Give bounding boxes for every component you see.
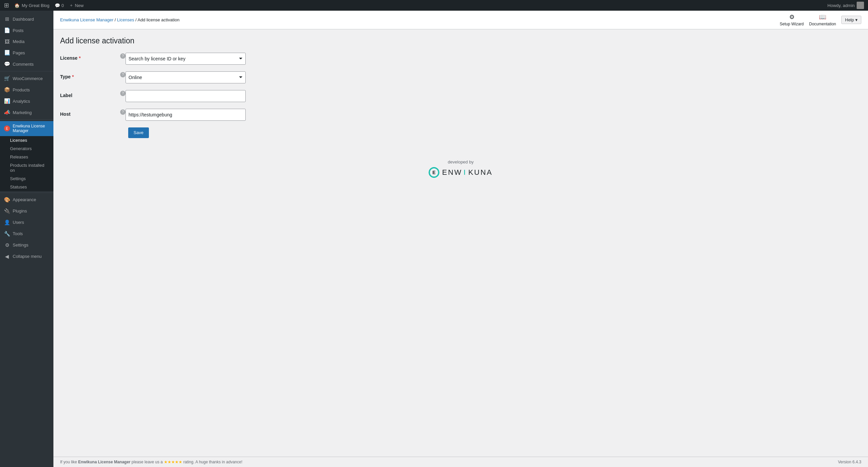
i-accent: I — [464, 168, 467, 177]
enwikuna-footer-branding: developed by E ENWIKUNA — [60, 146, 861, 185]
user-howdy[interactable]: Howdy, admin — [828, 2, 864, 9]
host-input[interactable] — [126, 109, 246, 121]
submenu-products-installed-on[interactable]: Products installed on — [0, 161, 54, 174]
new-item-button[interactable]: ＋ New — [69, 2, 84, 8]
enwi-text: ENW — [442, 168, 462, 177]
submenu-licenses[interactable]: Licenses — [0, 136, 54, 144]
sidebar-item-marketing[interactable]: 📣 Marketing — [0, 107, 54, 118]
site-name-label: My Great Blog — [22, 3, 50, 8]
breadcrumb-sep-1: / — [115, 18, 117, 22]
form-row-type: Type * ? Online Offline — [60, 71, 327, 85]
help-label: Help — [845, 18, 854, 22]
collapse-icon: ◀ — [4, 254, 10, 260]
enwikuna-logo-name: ENWIKUNA — [442, 168, 493, 177]
type-help-icon[interactable]: ? — [120, 72, 126, 77]
form-row-save: Save — [60, 127, 327, 141]
sidebar-item-pages[interactable]: 📃 Pages — [0, 47, 54, 58]
host-help-icon[interactable]: ? — [120, 109, 126, 115]
svg-text:E: E — [433, 170, 436, 175]
page-content: Add license activation License * ? Searc… — [54, 29, 868, 191]
enwikuna-svg-logo: E — [429, 168, 439, 177]
add-license-form: License * ? Search by license ID or key — [60, 53, 327, 141]
comment-bubble-icon: 💬 — [55, 3, 60, 8]
footer-credit-text: If you like — [60, 460, 77, 464]
license-help-icon[interactable]: ? — [120, 54, 126, 59]
sidebar-item-plugins[interactable]: 🔌 Plugins — [0, 205, 54, 217]
type-label-text: Type — [60, 74, 71, 79]
type-select[interactable]: Online Offline — [126, 71, 246, 84]
marketing-label: Marketing — [13, 110, 32, 115]
sidebar-item-enwikuna[interactable]: E Enwikuna License Manager — [0, 121, 54, 136]
plugins-icon: 🔌 — [4, 208, 10, 214]
save-button[interactable]: Save — [128, 127, 149, 138]
license-select[interactable]: Search by license ID or key — [126, 53, 246, 65]
sidebar-divider-3 — [0, 193, 54, 193]
plus-icon: ＋ — [69, 2, 73, 8]
wp-logo-icon[interactable]: ⊞ — [4, 2, 9, 9]
sidebar-item-appearance[interactable]: 🎨 Appearance — [0, 194, 54, 205]
products-label: Products — [13, 88, 30, 92]
license-required-star: * — [79, 55, 81, 61]
sidebar-item-dashboard[interactable]: ⊞ Dashboard — [0, 13, 54, 25]
footer-credit: If you like Enwikuna License Manager ple… — [60, 460, 242, 464]
label-field-wrapper — [126, 90, 327, 102]
users-icon: 👤 — [4, 220, 10, 226]
sidebar-item-collapse[interactable]: ◀ Collapse menu — [0, 251, 54, 262]
site-name[interactable]: 🏠 My Great Blog — [14, 3, 50, 8]
wp-footer-bar: If you like Enwikuna License Manager ple… — [54, 457, 868, 467]
help-tab-button[interactable]: Help ▾ — [841, 16, 861, 24]
submenu-statuses[interactable]: Statuses — [0, 183, 54, 191]
sidebar-item-users[interactable]: 👤 Users — [0, 217, 54, 228]
tools-label: Tools — [13, 231, 23, 236]
breadcrumb-plugin-link[interactable]: Enwikuna License Manager — [60, 18, 114, 22]
woocommerce-icon: 🛒 — [4, 75, 10, 81]
main-content-area: Enwikuna License Manager / Licenses / Ad… — [54, 11, 868, 467]
products-icon: 📦 — [4, 87, 10, 93]
setup-wizard-button[interactable]: ⚙ Setup Wizard — [780, 13, 804, 26]
label-input[interactable] — [126, 90, 246, 102]
type-required-star: * — [72, 74, 74, 79]
tools-icon: 🔧 — [4, 231, 10, 237]
settings-icon: ⚙ — [4, 242, 10, 248]
breadcrumb-licenses-link[interactable]: Licenses — [117, 18, 134, 22]
appearance-icon: 🎨 — [4, 197, 10, 203]
comments-label: Comments — [13, 62, 34, 67]
appearance-label: Appearance — [13, 197, 36, 202]
submenu-releases[interactable]: Releases — [0, 153, 54, 161]
howdy-text: Howdy, admin — [828, 3, 855, 8]
wizard-icon: ⚙ — [789, 13, 795, 21]
page-title: Add license activation — [60, 36, 861, 46]
comments-count[interactable]: 💬 0 — [55, 3, 64, 8]
help-chevron-icon: ▾ — [855, 18, 858, 22]
label-help-icon[interactable]: ? — [120, 91, 126, 96]
plugins-label: Plugins — [13, 208, 27, 213]
sidebar-item-media[interactable]: 🖼 Media — [0, 36, 54, 47]
submenu-settings[interactable]: Settings — [0, 174, 54, 183]
form-row-label: Label ? — [60, 90, 327, 103]
posts-label: Posts — [13, 28, 24, 33]
sidebar-item-analytics[interactable]: 📊 Analytics — [0, 95, 54, 107]
woocommerce-label: WooCommerce — [13, 76, 43, 81]
sidebar-item-tools[interactable]: 🔧 Tools — [0, 228, 54, 239]
submenu-generators[interactable]: Generators — [0, 144, 54, 153]
enwikuna-icon: E — [4, 126, 10, 131]
admin-bar: ⊞ 🏠 My Great Blog 💬 0 ＋ New Howdy, admin — [0, 0, 868, 11]
header-actions: ⚙ Setup Wizard 📖 Documentation Help ▾ — [780, 13, 862, 26]
footer-credit-rest: please leave us a — [131, 460, 163, 464]
enwikuna-logo-area: developed by E ENWIKUNA — [67, 160, 855, 178]
analytics-icon: 📊 — [4, 98, 10, 104]
footer-credit-end: rating. A huge thanks in advance! — [183, 460, 242, 464]
doc-icon: 📖 — [819, 13, 826, 21]
sidebar-item-products[interactable]: 📦 Products — [0, 84, 54, 95]
enwikuna-circle-logo-icon: E — [429, 167, 439, 178]
breadcrumb-current: Add license activation — [137, 18, 180, 22]
sidebar-item-settings[interactable]: ⚙ Settings — [0, 239, 54, 251]
sidebar-item-woocommerce[interactable]: 🛒 WooCommerce — [0, 73, 54, 84]
sidebar-divider-2 — [0, 120, 54, 120]
sidebar: ⊞ Dashboard 📄 Posts 🖼 Media 📃 Pages 💬 Co… — [0, 11, 54, 467]
footer-version: Version 6.4.3 — [838, 460, 861, 464]
documentation-button[interactable]: 📖 Documentation — [809, 13, 836, 26]
site-name-icon: 🏠 — [14, 3, 20, 8]
sidebar-item-comments[interactable]: 💬 Comments — [0, 58, 54, 70]
sidebar-item-posts[interactable]: 📄 Posts — [0, 25, 54, 36]
